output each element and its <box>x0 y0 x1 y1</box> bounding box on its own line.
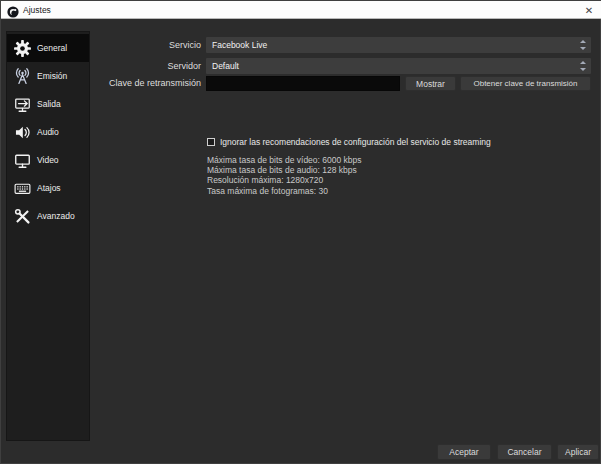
spinner-arrows-icon <box>579 61 587 71</box>
window-title: Ajustes <box>23 1 51 19</box>
obs-logo-icon <box>7 4 19 16</box>
ignore-recommendations-label: Ignorar las recomendaciones de configura… <box>220 137 491 147</box>
max-video-bitrate: Máxima tasa de bits de vídeo: 6000 kbps <box>207 155 362 165</box>
ignore-recommendations-checkbox[interactable] <box>207 138 215 146</box>
service-label: Servicio <box>41 37 201 53</box>
server-label: Servidor <box>41 58 201 74</box>
service-recommendations: Máxima tasa de bits de vídeo: 6000 kbps … <box>207 155 362 196</box>
sidebar-item-atajos[interactable]: Atajos <box>7 174 89 202</box>
service-dropdown[interactable]: Facebook Live <box>206 37 591 53</box>
close-icon[interactable]: ✕ <box>576 1 601 19</box>
sidebar-item-label: Avanzado <box>37 211 75 221</box>
sidebar-item-video[interactable]: Video <box>7 146 89 174</box>
spinner-arrows-icon <box>579 40 587 50</box>
monitor-output-icon <box>10 93 34 115</box>
sidebar-item-avanzado[interactable]: Avanzado <box>7 202 89 230</box>
sidebar-item-salida[interactable]: Salida <box>7 90 89 118</box>
keyboard-icon <box>10 177 34 199</box>
titlebar[interactable]: Ajustes ✕ <box>1 1 601 19</box>
accept-button[interactable]: Aceptar <box>437 444 491 460</box>
sidebar-item-label: Salida <box>37 99 61 109</box>
speaker-icon <box>10 121 34 143</box>
sidebar-item-label: Audio <box>37 127 59 137</box>
gear-icon <box>10 37 34 59</box>
show-key-button[interactable]: Mostrar <box>405 76 456 91</box>
sidebar-item-audio[interactable]: Audio <box>7 118 89 146</box>
broadcast-antenna-icon <box>10 65 34 87</box>
monitor-icon <box>10 149 34 171</box>
tools-icon <box>10 205 34 227</box>
max-framerate: Tasa máxima de fotogramas: 30 <box>207 186 362 196</box>
max-audio-bitrate: Máxima tasa de bits de audio: 128 kbps <box>207 165 362 175</box>
stream-key-label: Clave de retransmisión <box>41 76 201 91</box>
max-resolution: Resolución máxima: 1280x720 <box>207 175 362 185</box>
server-value: Default <box>212 61 239 71</box>
ignore-recommendations-row: Ignorar las recomendaciones de configura… <box>207 137 491 147</box>
settings-category-list: General Emisión <box>6 31 90 441</box>
sidebar-item-label: Atajos <box>37 183 61 193</box>
apply-button[interactable]: Aplicar <box>557 444 599 460</box>
sidebar-item-label: Video <box>37 155 59 165</box>
settings-window: Ajustes ✕ <box>0 0 601 464</box>
server-dropdown[interactable]: Default <box>206 58 591 74</box>
get-stream-key-button[interactable]: Obtener clave de transmisión <box>460 76 591 91</box>
cancel-button[interactable]: Cancelar <box>497 444 552 460</box>
service-value: Facebook Live <box>212 40 267 50</box>
stream-key-input[interactable] <box>206 76 400 91</box>
